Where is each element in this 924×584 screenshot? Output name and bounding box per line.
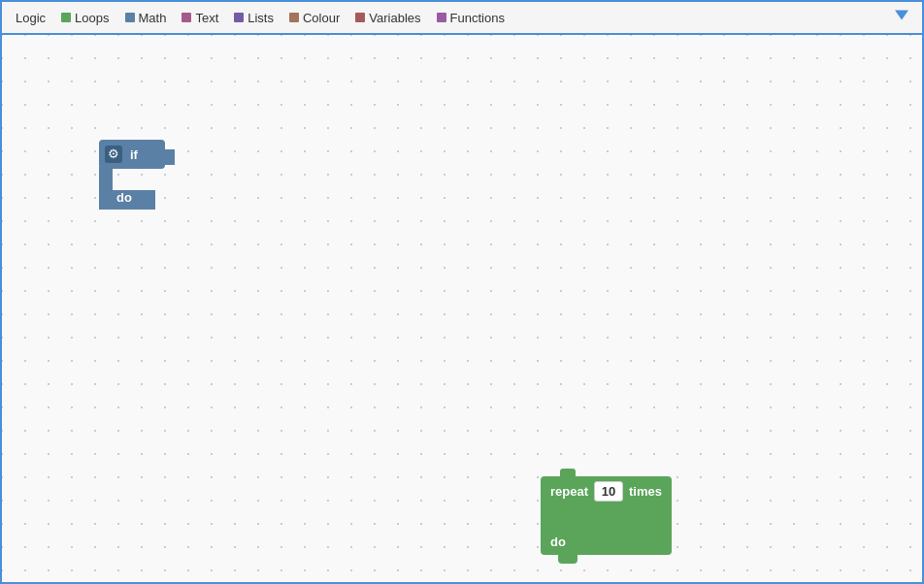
svg-marker-0 <box>895 11 908 20</box>
times-label: times <box>629 484 662 499</box>
toolbar-label-text: Text <box>195 11 218 25</box>
toolbar-arrow[interactable] <box>893 7 910 29</box>
toolbar-item-logic[interactable]: Logic <box>8 2 53 33</box>
toolbar-item-functions[interactable]: Functions <box>429 2 512 33</box>
text-color-dot <box>182 13 191 22</box>
toolbar-item-math[interactable]: Math <box>117 2 175 33</box>
toolbar-item-text[interactable]: Text <box>174 2 226 33</box>
svg-rect-5 <box>109 206 126 210</box>
functions-color-dot <box>437 13 446 22</box>
repeat-block-container: repeat 10 times do <box>541 476 672 555</box>
if-block[interactable]: ⚙ if do <box>99 140 175 212</box>
canvas-area[interactable]: ⚙ if do repeat 10 times do <box>2 35 922 582</box>
repeat-bottom-row: do <box>541 528 672 555</box>
math-color-dot <box>125 13 135 22</box>
svg-text:if: if <box>130 147 139 162</box>
repeat-label: repeat <box>550 484 588 499</box>
arrow-down-icon <box>893 7 910 24</box>
toolbar-label-loops: Loops <box>75 11 109 25</box>
toolbar-label-lists: Lists <box>248 11 274 25</box>
main-container: Logic Loops Math Text Lists Colour Varia… <box>0 0 924 584</box>
toolbar: Logic Loops Math Text Lists Colour Varia… <box>2 2 922 35</box>
colour-color-dot <box>289 13 299 22</box>
toolbar-label-colour: Colour <box>303 11 340 25</box>
toolbar-item-colour[interactable]: Colour <box>281 2 347 33</box>
toolbar-item-lists[interactable]: Lists <box>226 2 281 33</box>
toolbar-label-functions: Functions <box>450 11 505 25</box>
loops-color-dot <box>61 13 71 22</box>
variables-color-dot <box>355 13 365 22</box>
do-label: do <box>550 535 566 549</box>
repeat-block[interactable]: repeat 10 times do <box>541 476 672 555</box>
toolbar-label-variables: Variables <box>369 11 420 25</box>
toolbar-label-math: Math <box>139 11 167 25</box>
toolbar-item-loops[interactable]: Loops <box>53 2 116 33</box>
svg-text:⚙: ⚙ <box>108 146 119 161</box>
svg-text:do: do <box>116 190 132 205</box>
repeat-top-row: repeat 10 times <box>541 476 672 506</box>
repeat-count-input[interactable]: 10 <box>594 481 623 502</box>
lists-color-dot <box>234 13 244 22</box>
if-block-svg: ⚙ if do <box>99 140 175 210</box>
toolbar-item-variables[interactable]: Variables <box>347 2 428 33</box>
toolbar-label-logic: Logic <box>16 11 46 25</box>
